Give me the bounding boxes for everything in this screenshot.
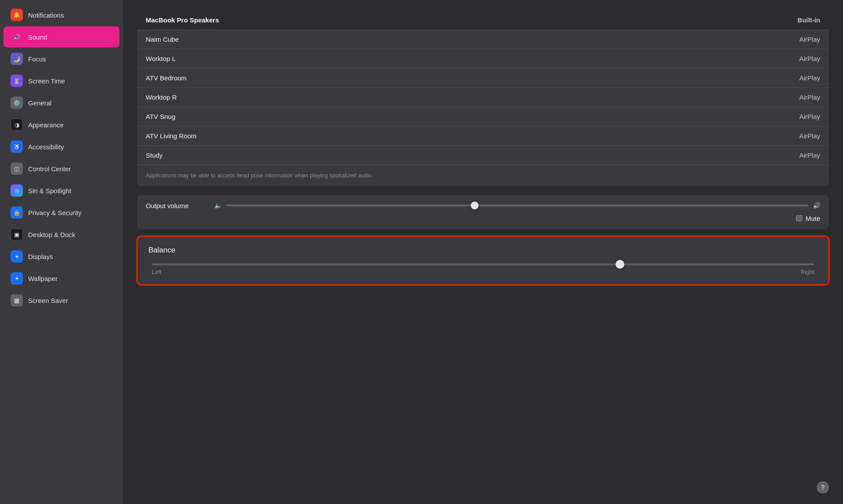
sidebar-label-focus: Focus [28, 55, 46, 63]
header-device-name: MacBook Pro Speakers [146, 16, 219, 24]
sidebar-item-displays[interactable]: ✦Displays [4, 246, 119, 267]
sidebar-label-accessibility: Accessibility [28, 143, 64, 151]
device-name: Naim Cube [146, 36, 179, 43]
main-content: MacBook Pro Speakers Built-in Naim CubeA… [123, 0, 843, 504]
sidebar-item-general[interactable]: ⚙️General [4, 92, 119, 113]
sidebar-label-screentime: Screen Time [28, 77, 65, 85]
sidebar-item-sound[interactable]: 🔊Sound [4, 26, 119, 47]
device-type: AirPlay [799, 36, 820, 43]
device-name: Study [146, 151, 162, 159]
sidebar-label-general: General [28, 99, 51, 107]
sidebar-item-notifications[interactable]: 🔔Notifications [4, 4, 119, 25]
sidebar-item-wallpaper[interactable]: ✦Wallpaper [4, 268, 119, 289]
accessibility-icon: ♿ [11, 140, 23, 153]
table-row[interactable]: Worktop RAirPlay [137, 88, 829, 107]
screensaver-icon: ▩ [11, 294, 23, 306]
privacy-icon: 🔒 [11, 206, 23, 219]
device-name: Worktop L [146, 55, 176, 62]
volume-slider-container: 🔈 🔊 [214, 202, 820, 209]
table-row[interactable]: ATV BedroomAirPlay [137, 68, 829, 88]
device-type: AirPlay [799, 132, 820, 140]
volume-high-icon: 🔊 [813, 202, 820, 209]
sidebar: 🔔Notifications🔊Sound🌙Focus⏳Screen Time⚙️… [0, 0, 123, 504]
device-type: AirPlay [799, 113, 820, 120]
spatialized-audio-disclaimer: Applications may be able to access head … [137, 165, 829, 186]
balance-section: Balance Left Right [137, 236, 829, 285]
device-name: ATV Snug [146, 113, 175, 120]
volume-thumb[interactable] [471, 202, 479, 209]
sidebar-item-desktop[interactable]: ▣Desktop & Dock [4, 224, 119, 245]
balance-left-label: Left [152, 269, 162, 275]
sound-icon: 🔊 [11, 31, 23, 43]
siri-icon: ◎ [11, 184, 23, 197]
balance-right-label: Right [801, 269, 814, 275]
balance-slider-container: Left Right [152, 263, 814, 275]
balance-labels: Left Right [152, 269, 814, 275]
sidebar-label-controlcenter: Control Center [28, 165, 71, 173]
appearance-icon: ◑ [11, 119, 23, 131]
sidebar-label-displays: Displays [28, 253, 53, 260]
sidebar-item-controlcenter[interactable]: ◫Control Center [4, 158, 119, 179]
balance-thumb[interactable] [616, 260, 624, 269]
displays-icon: ✦ [11, 250, 23, 263]
header-device-type: Built-in [797, 16, 820, 24]
sidebar-label-wallpaper: Wallpaper [28, 275, 58, 282]
volume-track[interactable] [226, 205, 808, 206]
sidebar-label-sound: Sound [28, 33, 47, 41]
sidebar-label-privacy: Privacy & Security [28, 209, 82, 216]
sidebar-item-privacy[interactable]: 🔒Privacy & Security [4, 202, 119, 223]
device-name: ATV Living Room [146, 132, 197, 140]
output-volume-label: Output volume [146, 202, 207, 209]
sidebar-label-notifications: Notifications [28, 11, 64, 19]
device-name: ATV Bedroom [146, 74, 187, 82]
sidebar-item-screentime[interactable]: ⏳Screen Time [4, 70, 119, 91]
notifications-icon: 🔔 [11, 9, 23, 21]
balance-label: Balance [148, 246, 818, 255]
table-row[interactable]: ATV SnugAirPlay [137, 107, 829, 126]
sidebar-label-appearance: Appearance [28, 121, 64, 129]
device-type: AirPlay [799, 55, 820, 62]
volume-low-icon: 🔈 [214, 202, 222, 209]
sidebar-item-siri[interactable]: ◎Siri & Spotlight [4, 180, 119, 201]
table-row[interactable]: Naim CubeAirPlay [137, 30, 829, 49]
mute-checkbox[interactable] [796, 215, 802, 221]
sidebar-item-appearance[interactable]: ◑Appearance [4, 114, 119, 135]
output-volume-section: Output volume 🔈 🔊 Mute [137, 195, 829, 229]
sidebar-label-screensaver: Screen Saver [28, 297, 68, 304]
wallpaper-icon: ✦ [11, 272, 23, 284]
sidebar-label-siri: Siri & Spotlight [28, 187, 71, 194]
screentime-icon: ⏳ [11, 75, 23, 87]
device-name: Worktop R [146, 94, 177, 101]
desktop-icon: ▣ [11, 228, 23, 241]
balance-track[interactable] [152, 263, 814, 265]
device-type: AirPlay [799, 94, 820, 101]
device-table: MacBook Pro Speakers Built-in Naim CubeA… [137, 11, 829, 186]
sidebar-label-desktop: Desktop & Dock [28, 231, 76, 238]
sidebar-item-focus[interactable]: 🌙Focus [4, 48, 119, 69]
table-row[interactable]: Worktop LAirPlay [137, 49, 829, 68]
mute-label: Mute [806, 215, 820, 222]
general-icon: ⚙️ [11, 97, 23, 109]
device-type: AirPlay [799, 151, 820, 159]
focus-icon: 🌙 [11, 53, 23, 65]
device-type: AirPlay [799, 74, 820, 82]
device-table-header: MacBook Pro Speakers Built-in [137, 11, 829, 30]
table-row[interactable]: StudyAirPlay [137, 146, 829, 165]
table-row[interactable]: ATV Living RoomAirPlay [137, 126, 829, 146]
help-button[interactable]: ? [817, 481, 829, 493]
sidebar-item-screensaver[interactable]: ▩Screen Saver [4, 290, 119, 311]
controlcenter-icon: ◫ [11, 162, 23, 175]
sidebar-item-accessibility[interactable]: ♿Accessibility [4, 136, 119, 157]
